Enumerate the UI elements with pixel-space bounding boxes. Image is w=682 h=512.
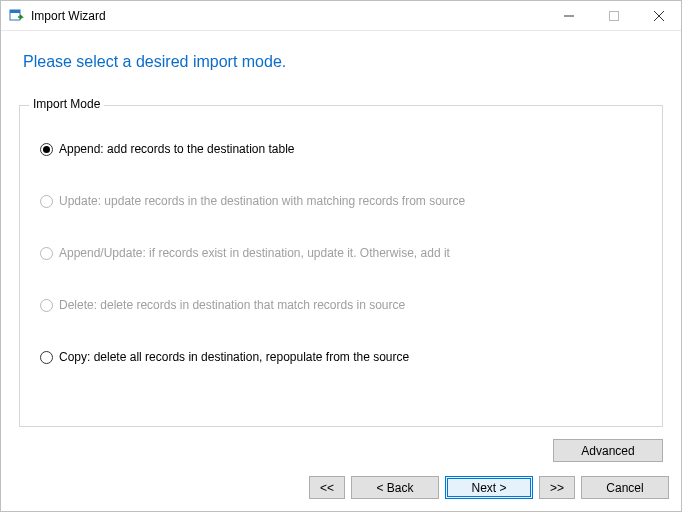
app-icon (9, 8, 25, 24)
radio-label: Update: update records in the destinatio… (59, 194, 465, 208)
radio-label: Copy: delete all records in destination,… (59, 350, 409, 364)
page-heading: Please select a desired import mode. (1, 31, 681, 105)
import-wizard-window: Import Wizard Please select a desired im… (0, 0, 682, 512)
advanced-button[interactable]: Advanced (553, 439, 663, 462)
radio-copy[interactable]: Copy: delete all records in destination,… (40, 350, 642, 364)
wizard-footer: << < Back Next > >> Cancel (1, 462, 681, 511)
cancel-button[interactable]: Cancel (581, 476, 669, 499)
radio-append[interactable]: Append: add records to the destination t… (40, 142, 642, 156)
first-button[interactable]: << (309, 476, 345, 499)
import-mode-group: Import Mode Append: add records to the d… (19, 105, 663, 427)
next-button[interactable]: Next > (445, 476, 533, 499)
close-button[interactable] (636, 1, 681, 30)
radio-icon (40, 351, 53, 364)
radio-icon (40, 143, 53, 156)
radio-label: Delete: delete records in destination th… (59, 298, 405, 312)
radio-update: Update: update records in the destinatio… (40, 194, 642, 208)
radio-label: Append/Update: if records exist in desti… (59, 246, 450, 260)
radio-icon (40, 195, 53, 208)
svg-rect-3 (609, 11, 618, 20)
radio-append-update: Append/Update: if records exist in desti… (40, 246, 642, 260)
maximize-button (591, 1, 636, 30)
back-button[interactable]: < Back (351, 476, 439, 499)
minimize-button[interactable] (546, 1, 591, 30)
window-controls (546, 1, 681, 30)
last-button[interactable]: >> (539, 476, 575, 499)
radio-icon (40, 299, 53, 312)
radio-icon (40, 247, 53, 260)
group-legend: Import Mode (29, 97, 104, 111)
advanced-row: Advanced (1, 427, 681, 462)
radio-label: Append: add records to the destination t… (59, 142, 295, 156)
radio-delete: Delete: delete records in destination th… (40, 298, 642, 312)
window-title: Import Wizard (31, 9, 106, 23)
svg-rect-1 (10, 10, 20, 13)
titlebar: Import Wizard (1, 1, 681, 31)
